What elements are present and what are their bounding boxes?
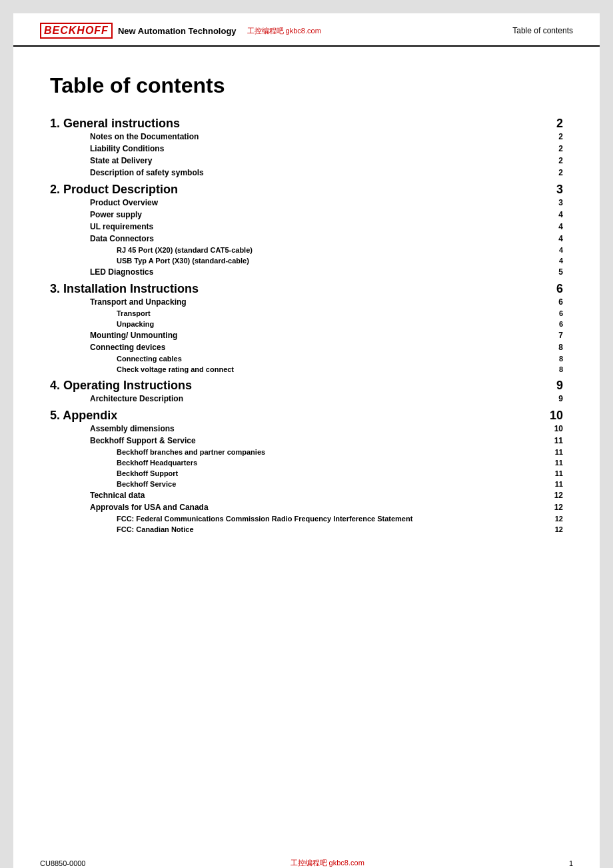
toc-entry: Data Connectors4 (50, 234, 563, 243)
toc-entry: FCC: Canadian Notice12 (50, 525, 563, 533)
toc-entry: Check voltage rating and connect8 (50, 365, 563, 373)
toc-entry: State at Delivery2 (50, 156, 563, 165)
toc-entry-page: 10 (543, 409, 563, 423)
toc-entry-page: 4 (543, 234, 563, 243)
toc-entry-text: Mounting/ Unmounting (50, 331, 543, 340)
toc-entry-page: 4 (543, 210, 563, 219)
toc-entry-text: Connecting devices (50, 343, 543, 352)
toc-entry-text: Beckhoff Headquarters (50, 459, 543, 467)
toc-entry: Assembly dimensions10 (50, 424, 563, 433)
toc-entry-text: Beckhoff Service (50, 480, 543, 488)
toc-entry-text: Architecture Description (50, 394, 543, 403)
page-header: BECKHOFF New Automation Technology 工控编程吧… (13, 13, 600, 47)
toc-content: Table of contents 1. General instruction… (13, 47, 600, 563)
toc-entry-page: 6 (543, 282, 563, 296)
toc-entry-page: 6 (543, 320, 563, 328)
toc-entries: 1. General instructions2Notes on the Doc… (50, 117, 563, 533)
beckhoff-logo: BECKHOFF (40, 23, 113, 39)
toc-entry-page: 12 (543, 525, 563, 533)
toc-entry: Connecting devices8 (50, 343, 563, 352)
toc-entry: Beckhoff Service11 (50, 480, 563, 488)
toc-entry-text: 3. Installation Instructions (50, 282, 543, 296)
toc-entry-page: 5 (543, 267, 563, 277)
toc-entry-text: Check voltage rating and connect (50, 365, 543, 373)
header-left: BECKHOFF New Automation Technology 工控编程吧… (40, 23, 321, 39)
header-section-title: Table of contents (512, 26, 573, 35)
tagline: New Automation Technology (118, 26, 237, 36)
toc-entry: Beckhoff Headquarters11 (50, 459, 563, 467)
toc-entry: 3. Installation Instructions6 (50, 282, 563, 296)
page: BECKHOFF New Automation Technology 工控编程吧… (13, 13, 600, 868)
toc-entry-text: 2. Product Description (50, 183, 543, 197)
toc-entry: LED Diagnostics5 (50, 267, 563, 277)
toc-entry-text: Transport (50, 309, 543, 317)
toc-entry-text: Beckhoff Support (50, 469, 543, 477)
toc-entry-page: 10 (543, 424, 563, 433)
toc-entry: Notes on the Documentation2 (50, 132, 563, 141)
toc-entry-text: 5. Appendix (50, 409, 543, 423)
toc-entry-text: Technical data (50, 491, 543, 500)
toc-title: Table of contents (50, 73, 563, 98)
toc-entry-text: Transport and Unpacking (50, 297, 543, 307)
toc-entry: FCC: Federal Communications Commission R… (50, 515, 563, 523)
toc-entry-page: 11 (543, 459, 563, 467)
toc-entry-text: Product Overview (50, 198, 543, 207)
toc-entry-text: 4. Operating Instructions (50, 379, 543, 393)
toc-entry-page: 6 (543, 309, 563, 317)
toc-entry-text: Connecting cables (50, 355, 543, 363)
toc-entry-page: 6 (543, 297, 563, 307)
toc-entry-page: 11 (543, 436, 563, 445)
toc-entry-text: USB Typ A Port (X30) (standard-cable) (50, 257, 543, 265)
toc-entry: 4. Operating Instructions9 (50, 379, 563, 393)
toc-entry-page: 3 (543, 183, 563, 197)
toc-entry-text: Liability Conditions (50, 144, 543, 153)
toc-entry: 2. Product Description3 (50, 183, 563, 197)
toc-entry-page: 4 (543, 222, 563, 231)
toc-entry: Technical data12 (50, 491, 563, 500)
toc-entry: Mounting/ Unmounting7 (50, 331, 563, 340)
toc-entry: Product Overview3 (50, 198, 563, 207)
toc-entry-page: 8 (543, 365, 563, 373)
toc-entry-page: 12 (543, 503, 563, 512)
toc-entry: Beckhoff Support & Service11 (50, 436, 563, 445)
toc-entry-page: 2 (543, 132, 563, 141)
toc-entry-page: 2 (543, 144, 563, 153)
toc-entry-text: Data Connectors (50, 234, 543, 243)
toc-entry: Liability Conditions2 (50, 144, 563, 153)
toc-entry-text: LED Diagnostics (50, 267, 543, 277)
toc-entry-page: 7 (543, 331, 563, 340)
toc-entry: Beckhoff Support11 (50, 469, 563, 477)
toc-entry: Beckhoff branches and partner companies1… (50, 448, 563, 456)
toc-entry: Transport and Unpacking6 (50, 297, 563, 307)
toc-entry-text: Unpacking (50, 320, 543, 328)
toc-entry-text: Beckhoff Support & Service (50, 436, 543, 445)
toc-entry-text: Beckhoff branches and partner companies (50, 448, 543, 456)
toc-entry-text: Notes on the Documentation (50, 132, 543, 141)
toc-entry: Connecting cables8 (50, 355, 563, 363)
toc-entry-page: 4 (543, 246, 563, 254)
toc-entry-text: Power supply (50, 210, 543, 219)
toc-entry-page: 4 (543, 257, 563, 265)
toc-entry-page: 12 (543, 515, 563, 523)
footer-page: 1 (569, 859, 573, 867)
toc-entry-page: 2 (543, 168, 563, 177)
footer-model: CU8850-0000 (40, 859, 86, 867)
footer-watermark: 工控编程吧 gkbc8.com (291, 858, 364, 868)
toc-entry: UL requirements4 (50, 222, 563, 231)
toc-entry-text: Description of safety symbols (50, 168, 543, 177)
toc-entry-page: 2 (543, 117, 563, 131)
toc-entry-page: 11 (543, 480, 563, 488)
toc-entry-text: Assembly dimensions (50, 424, 543, 433)
toc-entry-text: RJ 45 Port (X20) (standard CAT5-cable) (50, 246, 543, 254)
toc-entry-page: 3 (543, 198, 563, 207)
toc-entry: Approvals for USA and Canada12 (50, 503, 563, 512)
toc-entry-text: State at Delivery (50, 156, 543, 165)
toc-entry-page: 9 (543, 394, 563, 403)
toc-entry-page: 8 (543, 355, 563, 363)
toc-entry: Transport6 (50, 309, 563, 317)
toc-entry-page: 12 (543, 491, 563, 500)
header-watermark: 工控编程吧 gkbc8.com (247, 26, 321, 36)
toc-entry-page: 11 (543, 469, 563, 477)
toc-entry: Unpacking6 (50, 320, 563, 328)
toc-entry: Description of safety symbols2 (50, 168, 563, 177)
